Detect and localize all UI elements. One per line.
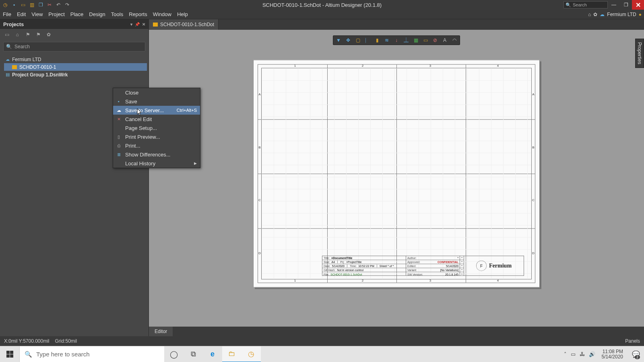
pin-down-icon[interactable]: ↓ [394, 37, 399, 43]
cm-save[interactable]: ▪ Save [113, 97, 200, 106]
titlebar-search-placeholder: Search [573, 2, 587, 7]
menu-window[interactable]: Window [150, 10, 174, 19]
document-tabs: SCHDOT-0010-1.SchDot [149, 19, 644, 30]
menu-edit[interactable]: Edit [14, 10, 29, 19]
close-button[interactable]: ✕ [632, 0, 644, 10]
align-left-icon[interactable]: ⎸ [365, 37, 370, 43]
windows-search[interactable]: 🔍 Type here to search [19, 346, 164, 362]
schematic-toolbar: ▼ ✥ ▢ ⎸ ▮ ≋ ↓ ⏊ ▦ ▭ ⊘ A ◠ [333, 35, 460, 45]
folder-icon [12, 65, 17, 69]
projects-panel-title: Projects [3, 21, 24, 27]
schematic-sheet[interactable]: 1234 1234 ABCD ABCD [253, 60, 540, 288]
sheet-icon[interactable]: ▦ [413, 37, 419, 43]
flag2-icon[interactable]: ⚑ [35, 32, 41, 37]
home-icon[interactable]: ⌂ [588, 12, 591, 17]
menu-file[interactable]: File [0, 10, 14, 19]
menu-design[interactable]: Design [86, 10, 108, 19]
home-small-icon[interactable]: ⌂ [14, 32, 20, 37]
start-button[interactable] [0, 346, 19, 362]
cm-close[interactable]: Close [113, 88, 200, 97]
align-dist-icon[interactable]: ≋ [384, 37, 390, 43]
save-icon[interactable]: ▪ [11, 2, 17, 8]
menu-reports[interactable]: Reports [126, 10, 150, 19]
panel-pin-icon[interactable]: 📌 [135, 22, 140, 27]
cloud-sync-icon[interactable]: ☁ [600, 12, 605, 17]
cloud-upload-icon: ☁ [116, 107, 122, 113]
align-center-icon[interactable]: ▮ [374, 37, 380, 43]
move-icon[interactable]: ✥ [345, 37, 351, 43]
org-label[interactable]: Fermium LTD [607, 12, 636, 17]
cm-local-history[interactable]: Local History ▶ [113, 159, 200, 168]
task-view-button[interactable]: ⧉ [184, 346, 203, 362]
menu-view[interactable]: View [29, 10, 45, 19]
panels-button[interactable]: Panels [625, 338, 640, 344]
tray-chevron-icon[interactable]: ˄ [564, 351, 567, 357]
menu-help[interactable]: Help [174, 10, 191, 19]
cm-save-to-server[interactable]: ☁ Save to Server... Ctrl+Alt+S [113, 106, 200, 115]
maximize-button[interactable]: ❐ [620, 0, 632, 10]
taskbar-clock[interactable]: 11:08 PM 5/14/2020 [599, 349, 625, 360]
printer-icon: ⎙ [116, 142, 122, 149]
folder-icon[interactable]: ▥ [29, 2, 35, 8]
panel-dropdown-icon[interactable]: ▾ [130, 22, 132, 27]
pin-align-icon[interactable]: ⏊ [403, 37, 409, 43]
circle-x-icon[interactable]: ⊘ [432, 37, 438, 43]
altium-taskbar-button[interactable]: ◷ [242, 346, 261, 362]
titlebar-quick-icons: ◷ ▪ ▭ ▥ ❐ ✂ ↶ ↷ [0, 2, 70, 8]
cut-icon[interactable]: ✂ [47, 2, 52, 8]
cloud-icon: ☁ [6, 57, 10, 62]
flag-icon[interactable]: ⚑ [25, 32, 31, 37]
cm-print[interactable]: ⎙ Print... [113, 141, 200, 150]
edge-button[interactable]: e [203, 346, 222, 362]
tray-battery-icon[interactable]: ▭ [571, 351, 576, 357]
redo-icon[interactable]: ↷ [64, 2, 70, 8]
tree-group[interactable]: ▤ Project Group 1.DsnWrk [4, 71, 147, 78]
save-icon: ▪ [116, 98, 122, 105]
tray-network-icon[interactable]: 🖧 [580, 351, 585, 357]
document-tab[interactable]: SCHDOT-0010-1.SchDot [149, 19, 219, 30]
gear-icon[interactable]: ✿ [46, 32, 52, 37]
projects-search-placeholder: Search [14, 44, 30, 49]
filter-icon[interactable]: ▼ [336, 37, 341, 43]
menu-place[interactable]: Place [68, 10, 87, 19]
cm-page-setup[interactable]: Page Setup... [113, 123, 200, 132]
rect-icon[interactable]: ▢ [355, 37, 361, 43]
tray-volume-icon[interactable]: 🔊 [589, 351, 595, 357]
fermium-logo-text: Fermium [489, 263, 512, 269]
open-icon[interactable]: ▭ [20, 2, 26, 8]
status-grid: Grid:50mil [55, 338, 77, 344]
cm-print-preview[interactable]: ▯ Print Preview... [113, 132, 200, 141]
properties-panel-tab[interactable]: Properties [635, 39, 644, 68]
menu-tools[interactable]: Tools [108, 10, 126, 19]
new-doc-icon[interactable]: ▭ [4, 32, 10, 37]
doc-tab-icon [153, 23, 158, 27]
cm-show-differences[interactable]: ≣ Show Differences... [113, 150, 200, 159]
user-avatar-icon[interactable]: ● [639, 12, 642, 17]
text-icon[interactable]: A [442, 37, 448, 43]
blank-icon [116, 89, 122, 96]
notifications-button[interactable]: 💬 2 [628, 346, 644, 362]
menu-project[interactable]: Project [45, 10, 67, 19]
cm-cancel-edit[interactable]: ⨯ Cancel Edit [113, 115, 200, 123]
file-explorer-button[interactable]: 🗀 [222, 346, 242, 362]
titlebar-search[interactable]: 🔍 Search [564, 1, 608, 8]
settings-icon[interactable]: ✿ [593, 12, 597, 17]
taskbar-time: 11:08 PM [602, 349, 623, 354]
arc-icon[interactable]: ◠ [452, 37, 457, 43]
undo-icon[interactable]: ↶ [56, 2, 61, 8]
tree-group-label: Project Group 1.DsnWrk [12, 72, 68, 78]
tree-root-org[interactable]: ☁ Fermium LTD [4, 56, 147, 63]
tag-icon[interactable]: ▭ [423, 37, 428, 43]
workspace: Projects ▾ 📌 ✕ ▭ ⌂ ⚑ ⚑ ✿ 🔍 Search ☁ Ferm… [0, 19, 644, 336]
minimize-button[interactable]: — [608, 0, 620, 10]
projects-panel-header[interactable]: Projects ▾ 📌 ✕ [0, 19, 149, 29]
editor-tab[interactable]: Editor [149, 327, 173, 336]
tree-item-schdot[interactable]: SCHDOT-0010-1 [4, 63, 147, 71]
editor-footer: Editor [149, 327, 644, 336]
cortana-button[interactable]: ◯ [164, 346, 184, 362]
altium-logo-icon: ◷ [2, 2, 8, 8]
copy-icon[interactable]: ❐ [38, 2, 43, 8]
canvas[interactable]: ▼ ✥ ▢ ⎸ ▮ ≋ ↓ ⏊ ▦ ▭ ⊘ A ◠ [149, 30, 644, 327]
projects-search[interactable]: 🔍 Search [3, 42, 145, 51]
panel-close-icon[interactable]: ✕ [142, 22, 145, 27]
